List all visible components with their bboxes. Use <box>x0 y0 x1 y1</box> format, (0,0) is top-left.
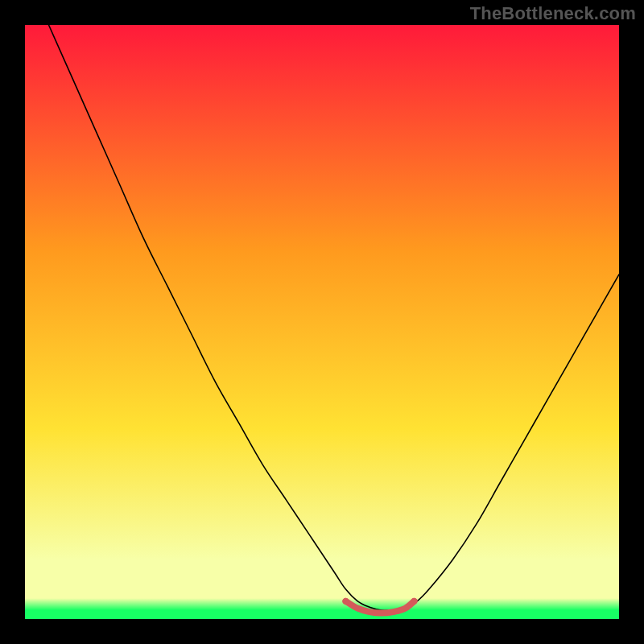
plot-svg <box>25 25 619 619</box>
marker-right-end <box>411 598 417 605</box>
marker-left-end <box>342 598 349 605</box>
plot-background <box>25 25 619 619</box>
watermark-text: TheBottleneck.com <box>470 3 636 24</box>
chart-container: TheBottleneck.com <box>0 0 644 644</box>
plot-area <box>25 25 619 619</box>
